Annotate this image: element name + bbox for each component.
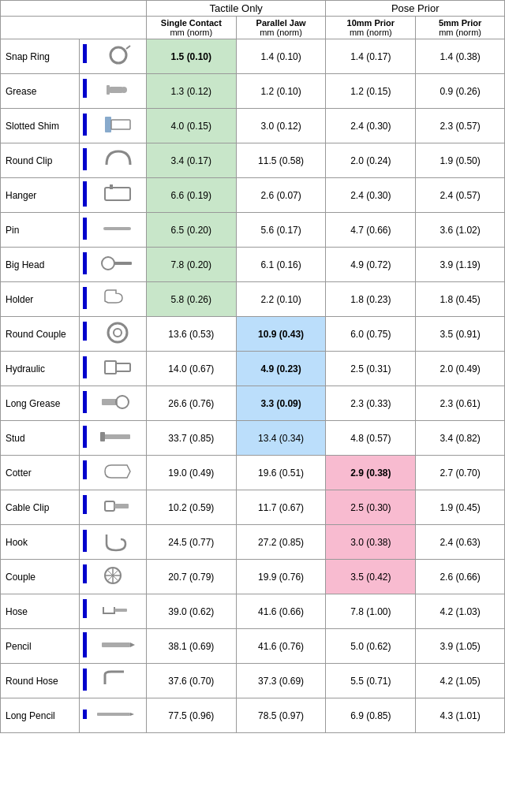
svg-rect-43 <box>83 599 87 618</box>
single-contact-value: 19.0 (0.49) <box>146 456 236 490</box>
five-mm-value: 1.9 (0.45) <box>416 490 505 525</box>
table-row: Cable Clip10.2 (0.59)11.7 (0.67)2.5 (0.3… <box>1 490 505 525</box>
svg-point-21 <box>108 323 127 342</box>
five-mm-value: 2.4 (0.57) <box>416 178 505 213</box>
table-row: Pencil38.1 (0.69)41.6 (0.76)5.0 (0.62)3.… <box>1 629 505 664</box>
five-mm-value: 2.7 (0.70) <box>416 456 505 490</box>
parallel-jaw-value: 6.1 (0.16) <box>236 248 326 282</box>
table-row: Hose39.0 (0.62)41.6 (0.66)7.8 (1.00)4.2 … <box>1 594 505 629</box>
five-mm-value: 4.2 (1.05) <box>416 664 505 698</box>
item-name: Round Clip <box>1 143 80 178</box>
item-image <box>79 560 146 594</box>
svg-rect-31 <box>100 432 105 441</box>
five-mm-value: 1.8 (0.45) <box>416 282 505 317</box>
ten-mm-value: 2.5 (0.31) <box>326 352 416 386</box>
ten-mm-value: 2.0 (0.24) <box>326 143 416 178</box>
item-image <box>79 109 146 143</box>
ten-mm-value: 6.0 (0.75) <box>326 317 416 352</box>
five-mm-value: 4.2 (1.03) <box>416 594 505 629</box>
table-row: Couple20.7 (0.79)19.9 (0.76)3.5 (0.42)2.… <box>1 560 505 594</box>
svg-rect-26 <box>83 391 87 413</box>
single-contact-value: 10.2 (0.59) <box>146 490 236 525</box>
parallel-jaw-value: 41.6 (0.76) <box>236 629 326 664</box>
table-row: Cotter19.0 (0.49)19.6 (0.51)2.9 (0.38)2.… <box>1 456 505 490</box>
item-name: Pin <box>1 213 80 248</box>
svg-point-1 <box>110 47 126 63</box>
svg-rect-3 <box>83 79 87 98</box>
parallel-jaw-header: Parallel Jaw mm (norm) <box>236 17 326 39</box>
single-contact-value: 20.7 (0.79) <box>146 560 236 594</box>
svg-rect-18 <box>114 262 132 265</box>
table-row: Pin6.5 (0.20)5.6 (0.17)4.7 (0.66)3.6 (1.… <box>1 213 505 248</box>
five-mm-value: 3.4 (0.82) <box>416 421 505 456</box>
single-contact-value: 26.6 (0.76) <box>146 386 236 421</box>
five-mm-value: 3.5 (0.91) <box>416 317 505 352</box>
svg-point-17 <box>102 257 114 270</box>
parallel-jaw-value: 1.4 (0.10) <box>236 39 326 74</box>
five-mm-value: 1.4 (0.38) <box>416 39 505 74</box>
item-name: Cable Clip <box>1 490 80 525</box>
svg-rect-9 <box>111 120 130 129</box>
column-header-row: Single Contact mm (norm) Parallel Jaw mm… <box>1 17 505 39</box>
item-image <box>79 698 146 733</box>
table-row: Hook24.5 (0.77)27.2 (0.85)3.0 (0.38)2.4 … <box>1 525 505 560</box>
item-name: Couple <box>1 560 80 594</box>
single-contact-value: 6.5 (0.20) <box>146 213 236 248</box>
single-contact-value: 13.6 (0.53) <box>146 317 236 352</box>
ten-mm-value: 2.4 (0.30) <box>326 178 416 213</box>
table-row: Long Grease26.6 (0.76)3.3 (0.09)2.3 (0.3… <box>1 386 505 421</box>
svg-marker-47 <box>130 643 135 647</box>
ten-mm-value: 2.5 (0.30) <box>326 490 416 525</box>
table-row: Round Clip3.4 (0.17)11.5 (0.58)2.0 (0.24… <box>1 143 505 178</box>
ten-mm-value: 4.7 (0.66) <box>326 213 416 248</box>
svg-rect-13 <box>110 184 113 189</box>
item-name: Big Head <box>1 248 80 282</box>
item-image <box>79 317 146 352</box>
svg-rect-24 <box>105 361 116 374</box>
five-mm-value: 2.3 (0.57) <box>416 109 505 143</box>
item-name: Hook <box>1 525 80 560</box>
parallel-jaw-value: 3.0 (0.12) <box>236 109 326 143</box>
single-contact-value: 14.0 (0.67) <box>146 352 236 386</box>
ten-mm-value: 1.4 (0.17) <box>326 39 416 74</box>
item-name: Cotter <box>1 456 80 490</box>
single-contact-value: 5.8 (0.26) <box>146 282 236 317</box>
parallel-jaw-value: 2.6 (0.07) <box>236 178 326 213</box>
five-mm-value: 2.6 (0.66) <box>416 560 505 594</box>
svg-rect-32 <box>83 460 87 479</box>
single-contact-value: 4.0 (0.15) <box>146 109 236 143</box>
ten-mm-value: 2.3 (0.33) <box>326 386 416 421</box>
svg-rect-37 <box>83 564 87 583</box>
table-row: Hanger6.6 (0.19)2.6 (0.07)2.4 (0.30)2.4 … <box>1 178 505 213</box>
svg-rect-48 <box>83 669 87 691</box>
svg-rect-36 <box>83 530 87 552</box>
parallel-jaw-value: 27.2 (0.85) <box>236 525 326 560</box>
item-image <box>79 74 146 109</box>
item-name: Pencil <box>1 629 80 664</box>
single-contact-value: 77.5 (0.96) <box>146 698 236 733</box>
item-name: Grease <box>1 74 80 109</box>
item-image <box>79 594 146 629</box>
five-mm-value: 3.9 (1.05) <box>416 629 505 664</box>
svg-rect-34 <box>105 501 114 511</box>
parallel-jaw-value: 1.2 (0.10) <box>236 74 326 109</box>
single-contact-value: 33.7 (0.85) <box>146 421 236 456</box>
svg-rect-23 <box>83 356 87 378</box>
section-header-row: Tactile Only Pose Prior <box>1 1 505 17</box>
svg-marker-51 <box>130 713 134 716</box>
single-contact-value: 24.5 (0.77) <box>146 525 236 560</box>
svg-rect-45 <box>83 632 87 657</box>
table-row: Big Head7.8 (0.20)6.1 (0.16)4.9 (0.72)3.… <box>1 248 505 282</box>
five-mm-value: 4.3 (1.01) <box>416 698 505 733</box>
svg-rect-7 <box>83 114 87 136</box>
ten-mm-value: 5.5 (0.71) <box>326 664 416 698</box>
five-mm-value: 0.9 (0.26) <box>416 74 505 109</box>
single-contact-value: 38.1 (0.69) <box>146 629 236 664</box>
ten-mm-value: 7.8 (1.00) <box>326 594 416 629</box>
item-name: Long Grease <box>1 386 80 421</box>
item-image <box>79 213 146 248</box>
ten-mm-value: 4.9 (0.72) <box>326 248 416 282</box>
parallel-jaw-value: 3.3 (0.09) <box>236 386 326 421</box>
parallel-jaw-value: 41.6 (0.66) <box>236 594 326 629</box>
single-contact-value: 6.6 (0.19) <box>146 178 236 213</box>
